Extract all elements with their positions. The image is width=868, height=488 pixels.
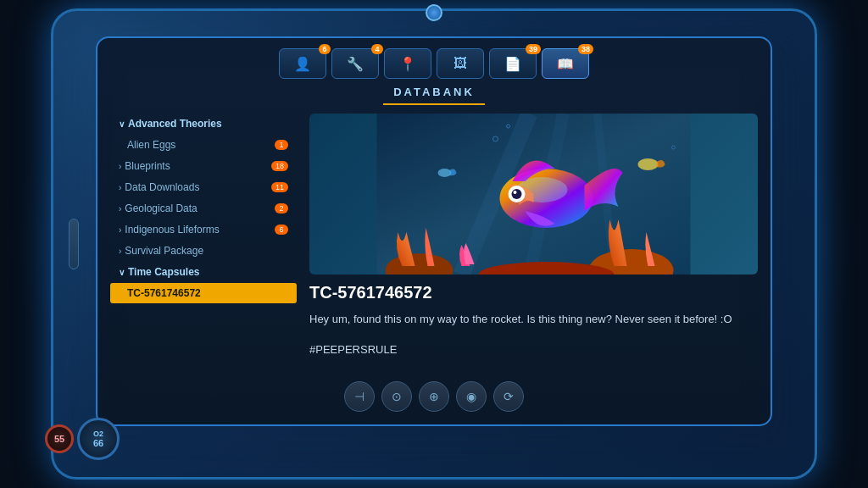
category-geological-data[interactable]: › Geological Data 2 (110, 198, 297, 219)
images-icon: 🖼 (453, 56, 467, 71)
databank-title: DATABANK (383, 86, 485, 105)
o2-label: O2 (93, 430, 103, 438)
svg-point-10 (512, 189, 522, 199)
bottom-controls: ⊣ ⊙ ⊕ ◉ ⟳ (344, 381, 524, 412)
arrow-icon: › (119, 225, 121, 235)
category-label: Advanced Theories (128, 118, 288, 130)
tab-images[interactable]: 🖼 (437, 48, 484, 79)
databank-badge: 38 (578, 44, 593, 54)
category-label: Blueprints (125, 160, 271, 172)
svg-point-13 (438, 169, 452, 177)
tab-location[interactable]: 📍 (384, 48, 431, 79)
o2-display: O2 66 (77, 418, 120, 460)
arrow-icon: › (119, 183, 121, 192)
main-screen: 👤 6 🔧 4 📍 🖼 📄 39 📖 38 DATABANK (96, 36, 772, 426)
arrow-icon: ∨ (119, 119, 125, 129)
category-alien-eggs[interactable]: Alien Eggs 1 (110, 135, 297, 155)
category-label: Indigenous Lifeforms (125, 224, 275, 236)
tools-badge: 4 (371, 44, 383, 54)
blueprints-badge: 18 (271, 161, 288, 171)
top-decoration (426, 4, 442, 21)
btn-player[interactable]: ⊙ (381, 381, 412, 412)
device-frame: 👤 6 🔧 4 📍 🖼 📄 39 📖 38 DATABANK (51, 8, 817, 480)
indigenous-badge: 6 (275, 225, 288, 235)
entry-image (309, 114, 758, 274)
tools-icon: 🔧 (347, 56, 364, 72)
category-data-downloads[interactable]: › Data Downloads 11 (110, 177, 297, 197)
arrow-icon: › (119, 204, 121, 214)
right-panel: TC-5761746572 Hey um, found this on my w… (309, 114, 758, 407)
svg-point-11 (514, 191, 517, 194)
category-time-capsules[interactable]: ∨ Time Capsules (110, 262, 297, 282)
o2-value: 66 (93, 438, 103, 448)
btn-interact[interactable]: ⊕ (419, 381, 449, 412)
content-area: ∨ Advanced Theories Alien Eggs 1 › Bluep… (97, 114, 771, 415)
depth-display: 55 (45, 424, 74, 453)
alien-eggs-badge: 1 (275, 140, 288, 150)
category-advanced-theories[interactable]: ∨ Advanced Theories (110, 114, 297, 134)
nav-tabs: 👤 6 🔧 4 📍 🖼 📄 39 📖 38 (97, 38, 771, 86)
geological-badge: 2 (275, 203, 288, 214)
arrow-icon: › (119, 247, 121, 256)
databank-icon: 📖 (557, 56, 574, 72)
category-label: Geological Data (125, 202, 275, 214)
btn-action[interactable]: ⟳ (493, 381, 524, 412)
left-handle (69, 219, 79, 269)
category-label: Data Downloads (125, 181, 271, 193)
svg-point-12 (638, 158, 659, 170)
entry-hashtag: #PEEPERSRULE (309, 343, 758, 356)
category-label: TC-5761746572 (127, 287, 288, 299)
tab-notes[interactable]: 📄 39 (489, 48, 537, 79)
notes-badge: 39 (526, 44, 541, 54)
notes-icon: 📄 (504, 56, 521, 72)
arrow-icon: › (119, 162, 121, 171)
tab-survivors[interactable]: 👤 6 (279, 48, 326, 79)
entry-title: TC-5761746572 (309, 283, 758, 302)
category-label: Time Capsules (128, 266, 288, 278)
category-label: Alien Eggs (127, 139, 275, 151)
survivors-badge: 6 (319, 44, 331, 54)
left-panel: ∨ Advanced Theories Alien Eggs 1 › Bluep… (110, 114, 297, 407)
category-blueprints[interactable]: › Blueprints 18 (110, 156, 297, 176)
category-indigenous-lifeforms[interactable]: › Indigenous Lifeforms 6 (110, 219, 297, 240)
btn-map[interactable]: ⊣ (344, 381, 375, 412)
category-tc-entry[interactable]: TC-5761746572 (110, 283, 297, 303)
data-downloads-badge: 11 (271, 182, 288, 192)
o2-indicator: 55 O2 66 (45, 418, 120, 460)
tab-databank[interactable]: 📖 38 (542, 48, 589, 79)
category-survival-package[interactable]: › Survival Package (110, 241, 297, 261)
tab-tools[interactable]: 🔧 4 (331, 48, 379, 79)
depth-value: 55 (54, 434, 64, 444)
category-label: Survival Package (125, 245, 288, 257)
entry-body: Hey um, found this on my way to the rock… (309, 311, 758, 328)
location-icon: 📍 (399, 56, 416, 72)
arrow-icon: ∨ (119, 268, 125, 277)
btn-select[interactable]: ◉ (456, 381, 487, 412)
survivors-icon: 👤 (294, 56, 311, 72)
